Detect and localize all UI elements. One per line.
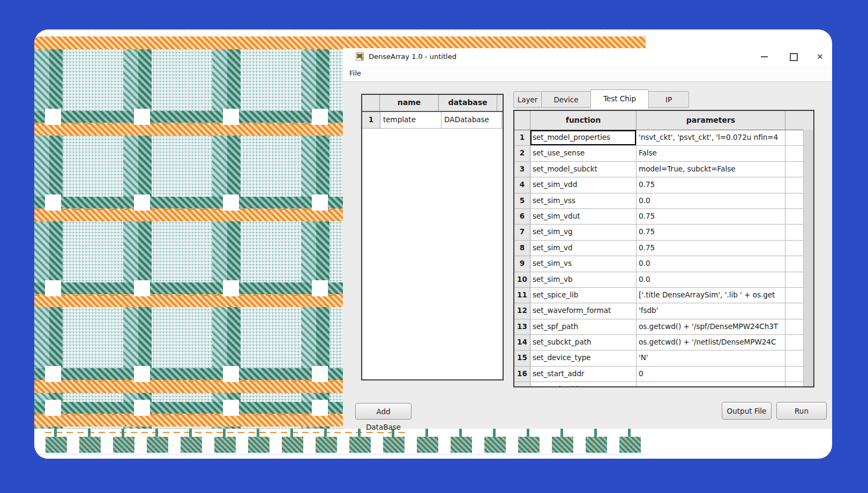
fn-cell-parameters[interactable]: 'fsdb' bbox=[637, 303, 785, 318]
close-button[interactable]: ✕ bbox=[817, 51, 824, 63]
fn-row-number: 13 bbox=[514, 319, 530, 334]
fn-cell-parameters[interactable]: model=True, subckt=False bbox=[637, 162, 785, 177]
fn-cell-parameters[interactable]: 0.75 bbox=[637, 209, 785, 224]
fn-row-number: 17 bbox=[514, 382, 530, 387]
fn-row-number: 10 bbox=[514, 272, 530, 287]
fn-cell-function[interactable]: set_device_type bbox=[530, 350, 637, 365]
fn-cell-parameters[interactable]: 0.0 bbox=[637, 256, 785, 271]
table-row: 5set_sim_vss0.0 bbox=[514, 193, 813, 209]
fn-cell-function[interactable]: set_spf_path bbox=[530, 319, 637, 334]
fn-cell-parameters[interactable]: 'N' bbox=[637, 350, 785, 365]
db-cell-name[interactable]: template bbox=[380, 112, 442, 128]
fn-row-number: 2 bbox=[514, 146, 530, 161]
window-title: DenseArray 1.0 - untitled bbox=[369, 48, 457, 65]
fn-cell-function[interactable]: set_sim_vdd bbox=[530, 177, 637, 192]
minimize-button[interactable] bbox=[761, 56, 768, 57]
fn-cell-parameters[interactable]: 0.0 bbox=[637, 193, 785, 208]
table-row: 15set_device_type'N' bbox=[514, 350, 813, 366]
add-database-button[interactable]: Add DataBase bbox=[355, 403, 411, 420]
fn-row-number: 12 bbox=[514, 303, 530, 318]
fn-cell-function[interactable]: set_sim_vb bbox=[530, 272, 637, 287]
fn-cell-function[interactable]: set_start_addr bbox=[530, 367, 637, 382]
fn-col-function-header: function bbox=[530, 111, 637, 130]
fn-row-number: 4 bbox=[514, 177, 530, 192]
title-bar: DenseArray 1.0 - untitled ✕ bbox=[343, 48, 832, 65]
tab-bar: LayerDeviceTest ChipIP bbox=[513, 89, 689, 109]
fn-cell-parameters[interactable]: 0.0 bbox=[637, 272, 785, 287]
fn-col-parameters-header: parameters bbox=[637, 111, 785, 130]
window-body: namedatabase 1templateDADatabase LayerDe… bbox=[343, 82, 832, 429]
fn-cell-function[interactable]: set_spice_lib bbox=[530, 288, 637, 303]
fn-cell-function[interactable]: set_waveform_format bbox=[530, 303, 637, 318]
vertical-scrollbar[interactable] bbox=[803, 130, 813, 386]
table-row: 9set_sim_vs0.0 bbox=[514, 256, 813, 272]
fn-row-number: 15 bbox=[514, 350, 530, 365]
fn-row-number: 1 bbox=[514, 130, 530, 145]
fn-cell-parameters[interactable]: 0.75 bbox=[637, 225, 785, 240]
table-row: 1set_model_properties'nsvt_ckt', 'psvt_c… bbox=[514, 130, 813, 146]
fn-cell-parameters[interactable]: 0.75 bbox=[637, 177, 785, 192]
fn-cell-parameters[interactable]: os.getcwd() + '/spf/DenseMPW24Ch3T bbox=[637, 319, 785, 334]
fn-row-number: 8 bbox=[514, 241, 530, 256]
fn-cell-parameters[interactable]: 'nsvt_ckt', 'psvt_ckt', 'l=0.072u nfin=4 bbox=[637, 130, 785, 145]
fn-cell-parameters[interactable]: ['.title DenseArraySim', '.lib ' + os.ge… bbox=[637, 288, 785, 303]
database-table: namedatabase 1templateDADatabase bbox=[361, 94, 504, 380]
tab-test-chip[interactable]: Test Chip bbox=[590, 89, 649, 109]
desktop-background: { "window": { "title": "DenseArray 1.0 -… bbox=[0, 0, 868, 493]
table-row: 12set_waveform_format'fsdb' bbox=[514, 303, 813, 319]
fn-cell-parameters[interactable]: False bbox=[637, 146, 785, 161]
fn-cell-function[interactable]: set_subckt_path bbox=[530, 335, 637, 350]
table-row: 1templateDADatabase bbox=[362, 112, 503, 129]
database-table-header: namedatabase bbox=[362, 95, 503, 112]
menu-file[interactable]: File bbox=[343, 65, 368, 81]
function-table-header: functionparameters bbox=[514, 111, 813, 130]
fn-cell-parameters[interactable]: 0 bbox=[637, 367, 785, 382]
table-row: 8set_sim_vd0.75 bbox=[514, 241, 813, 256]
fn-row-number: 7 bbox=[514, 225, 530, 240]
table-row: 17set_end_addr0+10 bbox=[514, 382, 813, 387]
fn-row-number: 6 bbox=[514, 209, 530, 224]
fn-cell-function[interactable]: set_sim_vs bbox=[530, 256, 637, 271]
tab-ip[interactable]: IP bbox=[648, 91, 689, 108]
db-corner-cell bbox=[497, 95, 503, 111]
fn-cell-function[interactable]: set_sim_vd bbox=[530, 241, 637, 256]
fn-row-number: 9 bbox=[514, 256, 530, 271]
fn-header-filler bbox=[785, 111, 813, 130]
fn-cell-function[interactable]: set_sim_vdut bbox=[530, 209, 637, 224]
run-button[interactable]: Run bbox=[776, 402, 827, 420]
fn-corner-cell bbox=[514, 111, 530, 130]
db-col-name-header: name bbox=[380, 95, 439, 111]
fn-cell-function[interactable]: set_end_addr bbox=[530, 382, 637, 387]
table-row: 10set_sim_vb0.0 bbox=[514, 272, 813, 288]
menu-bar: File bbox=[343, 65, 832, 82]
app-icon bbox=[356, 53, 364, 61]
table-row: 7set_sim_vg0.75 bbox=[514, 225, 813, 240]
function-table: functionparameters 1set_model_properties… bbox=[513, 110, 814, 387]
fn-cell-function[interactable]: set_sim_vg bbox=[530, 225, 637, 240]
fn-row-number: 11 bbox=[514, 288, 530, 303]
db-corner-cell bbox=[362, 95, 380, 111]
db-cell-database[interactable]: DADatabase bbox=[442, 112, 502, 128]
screenshot-card: DenseArray 1.0 - untitled ✕ File namedat… bbox=[34, 29, 832, 459]
db-col-database-header: database bbox=[439, 95, 497, 111]
fn-cell-function[interactable]: set_sim_vss bbox=[530, 193, 637, 208]
table-row: 13set_spf_pathos.getcwd() + '/spf/DenseM… bbox=[514, 319, 813, 335]
fn-cell-function[interactable]: set_model_properties bbox=[530, 130, 637, 145]
fn-row-number: 14 bbox=[514, 335, 530, 350]
tab-layer[interactable]: Layer bbox=[513, 91, 542, 108]
table-row: 6set_sim_vdut0.75 bbox=[514, 209, 813, 225]
fn-cell-parameters[interactable]: os.getcwd() + '/netlist/DenseMPW24C bbox=[637, 335, 785, 350]
fn-cell-function[interactable]: set_use_sense bbox=[530, 146, 637, 161]
fn-row-number: 5 bbox=[514, 193, 530, 208]
table-row: 4set_sim_vdd0.75 bbox=[514, 177, 813, 193]
maximize-button[interactable] bbox=[790, 53, 798, 61]
tab-device[interactable]: Device bbox=[541, 91, 591, 108]
fn-cell-parameters[interactable]: 0.75 bbox=[637, 241, 785, 256]
db-row-number: 1 bbox=[362, 112, 380, 128]
fn-cell-function[interactable]: set_model_subckt bbox=[530, 162, 637, 177]
fn-row-number: 16 bbox=[514, 367, 530, 382]
output-file-button[interactable]: Output File bbox=[722, 402, 772, 420]
table-row: 16set_start_addr0 bbox=[514, 367, 813, 382]
fn-cell-parameters[interactable]: 0+10 bbox=[637, 382, 785, 387]
fn-row-number: 3 bbox=[514, 162, 530, 177]
